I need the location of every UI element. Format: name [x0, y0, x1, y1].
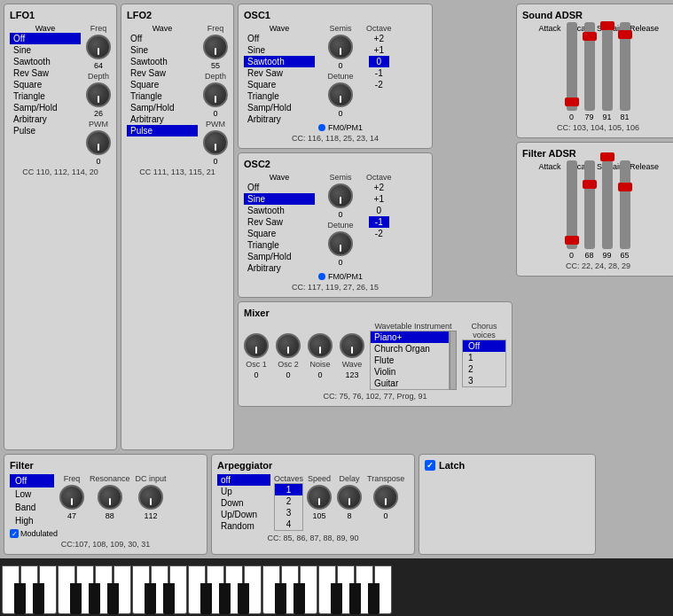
lfo2-wave-5[interactable]: Triangle: [127, 90, 198, 102]
osc2-wave-1[interactable]: Sine: [244, 193, 315, 205]
filter-high[interactable]: High: [10, 514, 54, 527]
osc1-oct-0[interactable]: +2: [369, 33, 389, 44]
wavetable-3[interactable]: Violin: [371, 366, 449, 378]
osc1-wave-4[interactable]: Square: [244, 79, 315, 90]
arp-off[interactable]: off: [217, 474, 270, 486]
filter-decay-track[interactable]: [584, 160, 595, 249]
lfo1-depth-knob[interactable]: [86, 82, 111, 107]
wavetable-1[interactable]: Church Organ: [371, 343, 449, 355]
filter-attack-thumb[interactable]: [565, 236, 579, 245]
osc2-oct-4[interactable]: -2: [369, 228, 389, 239]
key-fs1[interactable]: [70, 583, 82, 614]
sound-sustain-track[interactable]: [602, 22, 613, 111]
arp-transpose-knob[interactable]: [373, 485, 398, 510]
sound-decay-track[interactable]: [584, 22, 595, 111]
octave-num-3[interactable]: 4: [275, 519, 302, 530]
sound-release-thumb[interactable]: [618, 30, 632, 39]
lfo2-wave-1[interactable]: Sine: [127, 44, 198, 56]
lfo2-pwm-knob[interactable]: [203, 130, 228, 155]
arp-down[interactable]: Down: [217, 497, 270, 509]
lfo1-wave-3[interactable]: Rev Saw: [10, 67, 81, 79]
osc2-wave-6[interactable]: Samp/Hold: [244, 251, 315, 262]
arp-up[interactable]: Up: [217, 486, 270, 497]
filter-dc-knob[interactable]: [138, 485, 163, 510]
key-fs2[interactable]: [200, 583, 212, 614]
osc1-semis-knob[interactable]: [328, 35, 353, 59]
key-cs1[interactable]: [14, 583, 26, 614]
lfo1-wave-8[interactable]: Pulse: [10, 125, 81, 136]
filter-sustain-track[interactable]: [602, 160, 613, 249]
lfo1-wave-2[interactable]: Sawtooth: [10, 56, 81, 67]
latch-checkbox[interactable]: ✓: [425, 460, 435, 471]
sound-decay-thumb[interactable]: [583, 32, 597, 41]
wavetable-0[interactable]: Piano+: [371, 331, 449, 343]
octave-num-1[interactable]: 2: [275, 495, 302, 507]
key-fs3[interactable]: [331, 583, 342, 614]
lfo2-wave-7[interactable]: Arbitrary: [127, 113, 198, 125]
lfo2-wave-0[interactable]: Off: [127, 33, 198, 44]
osc2-detune-knob[interactable]: [328, 231, 353, 256]
modulated-check[interactable]: ✓: [10, 529, 19, 538]
lfo1-wave-5[interactable]: Triangle: [10, 90, 81, 102]
osc1-wave-7[interactable]: Arbitrary: [244, 113, 315, 125]
lfo2-wave-6[interactable]: Samp/Hold: [127, 102, 198, 113]
lfo2-freq-knob[interactable]: [203, 35, 228, 59]
osc2-wave-0[interactable]: Off: [244, 182, 315, 193]
osc1-wave-5[interactable]: Triangle: [244, 90, 315, 102]
osc1-wave-2[interactable]: Sawtooth: [244, 56, 315, 67]
mixer-noise-knob[interactable]: [308, 333, 333, 358]
sound-attack-thumb[interactable]: [565, 97, 579, 106]
lfo2-wave-2[interactable]: Sawtooth: [127, 56, 198, 67]
lfo1-wave-6[interactable]: Samp/Hold: [10, 102, 81, 113]
filter-release-track[interactable]: [620, 160, 630, 249]
key-ds3[interactable]: [293, 583, 305, 614]
osc1-oct-1[interactable]: +1: [369, 44, 389, 56]
chorus-1[interactable]: 1: [463, 352, 505, 363]
arp-random[interactable]: Random: [217, 520, 270, 532]
key-gs3[interactable]: [349, 583, 361, 614]
key-cs2[interactable]: [145, 583, 156, 614]
octave-num-0[interactable]: 1: [275, 484, 302, 495]
wavetable-2[interactable]: Flute: [371, 355, 449, 366]
osc1-oct-4[interactable]: -2: [369, 79, 389, 90]
osc1-wave-0[interactable]: Off: [244, 33, 315, 44]
arp-delay-knob[interactable]: [337, 485, 362, 510]
osc2-wave-7[interactable]: Arbitrary: [244, 262, 315, 274]
lfo1-pwm-knob[interactable]: [86, 130, 111, 155]
osc1-oct-2[interactable]: 0: [369, 56, 389, 67]
chorus-2[interactable]: 2: [463, 363, 505, 375]
filter-release-thumb[interactable]: [618, 183, 632, 191]
chorus-3[interactable]: 3: [463, 375, 505, 386]
wavetable-scrollbar[interactable]: [450, 331, 457, 390]
key-as3[interactable]: [368, 583, 380, 614]
lfo1-wave-4[interactable]: Square: [10, 79, 81, 90]
filter-decay-thumb[interactable]: [583, 180, 597, 189]
osc2-oct-1[interactable]: +1: [369, 193, 389, 205]
osc2-wave-5[interactable]: Triangle: [244, 239, 315, 251]
osc1-oct-3[interactable]: -1: [369, 67, 389, 79]
osc2-wave-2[interactable]: Sawtooth: [244, 205, 315, 216]
key-as1[interactable]: [107, 583, 119, 614]
osc2-semis-knob[interactable]: [328, 183, 353, 208]
osc2-oct-0[interactable]: +2: [369, 182, 389, 193]
osc2-wave-3[interactable]: Rev Saw: [244, 216, 315, 228]
lfo2-wave-3[interactable]: Rev Saw: [127, 67, 198, 79]
filter-sustain-thumb[interactable]: [600, 152, 614, 161]
key-gs1[interactable]: [89, 583, 100, 614]
osc1-wave-3[interactable]: Rev Saw: [244, 67, 315, 79]
sound-sustain-thumb[interactable]: [600, 21, 614, 30]
lfo1-wave-7[interactable]: Arbitrary: [10, 113, 81, 125]
osc2-oct-2[interactable]: 0: [369, 205, 389, 216]
key-gs2[interactable]: [219, 583, 231, 614]
lfo1-freq-knob[interactable]: [86, 35, 111, 59]
osc1-wave-6[interactable]: Samp/Hold: [244, 102, 315, 113]
key-ds2[interactable]: [163, 583, 175, 614]
mixer-osc1-knob[interactable]: [244, 333, 269, 358]
osc2-wave-4[interactable]: Square: [244, 228, 315, 239]
lfo2-wave-4[interactable]: Square: [127, 79, 198, 90]
lfo2-wave-8[interactable]: Pulse: [127, 125, 198, 136]
filter-freq-knob[interactable]: [59, 485, 84, 510]
filter-attack-track[interactable]: [567, 160, 577, 249]
wavetable-4[interactable]: Guitar: [371, 378, 449, 389]
mixer-wave-knob[interactable]: [340, 333, 364, 358]
